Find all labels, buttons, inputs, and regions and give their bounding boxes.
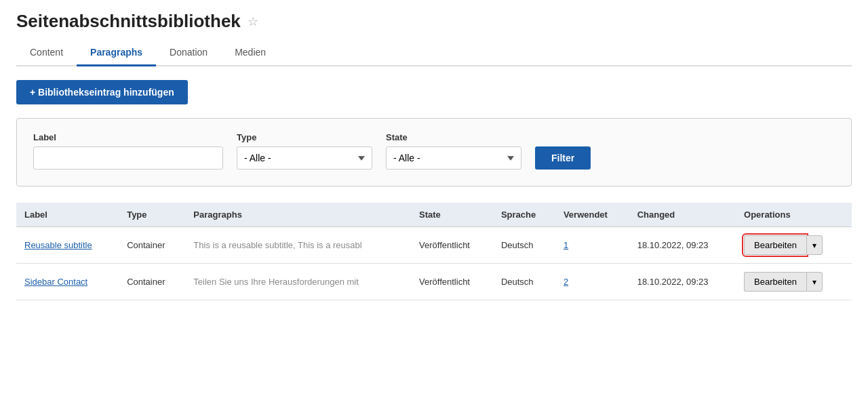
col-verwendet: Verwendet [555, 203, 629, 227]
tab-medien[interactable]: Medien [221, 40, 279, 66]
star-icon[interactable]: ☆ [248, 14, 258, 29]
col-label: Label [16, 203, 119, 227]
table-row: Sidebar Contact Container Teilen Sie uns… [16, 264, 852, 300]
label-filter-group: Label [33, 132, 223, 170]
tab-content[interactable]: Content [16, 40, 77, 66]
col-operations: Operations [736, 203, 852, 227]
col-type: Type [119, 203, 185, 227]
table-body: Reusable subtitle Container This is a re… [16, 227, 852, 300]
col-changed: Changed [629, 203, 736, 227]
page-title: Seitenabschnittsbibliothek [16, 11, 241, 32]
table-row: Reusable subtitle Container This is a re… [16, 227, 852, 264]
filter-row: Label Type - Alle - Container Text Image… [33, 132, 835, 170]
row2-verwendet-link[interactable]: 2 [564, 277, 568, 287]
row1-ops-group: Bearbeiten ▾ [744, 235, 844, 255]
table-header: Label Type Paragraphs State Sprache Verw… [16, 203, 852, 227]
table-header-row: Label Type Paragraphs State Sprache Verw… [16, 203, 852, 227]
row1-paragraphs-cell: This is a reusable subtitle, This is a r… [185, 227, 411, 264]
row1-type-cell: Container [119, 227, 185, 264]
row1-verwendet-link[interactable]: 1 [564, 240, 568, 250]
row1-label-link[interactable]: Reusable subtitle [24, 240, 92, 250]
row1-ops-dropdown-button[interactable]: ▾ [806, 235, 823, 255]
filter-button-group: Filter [535, 146, 591, 170]
filter-button[interactable]: Filter [535, 146, 591, 170]
tabs-nav: Content Paragraphs Donation Medien [16, 40, 852, 66]
row1-verwendet-cell: 1 [555, 227, 629, 264]
row2-changed-cell: 18.10.2022, 09:23 [629, 264, 736, 300]
row1-label-cell: Reusable subtitle [16, 227, 119, 264]
row2-state-cell: Veröffentlicht [411, 264, 493, 300]
library-table: Label Type Paragraphs State Sprache Verw… [16, 203, 852, 300]
state-filter-group: State - Alle - Veröffentlicht Unveröffen… [386, 132, 521, 170]
tab-paragraphs[interactable]: Paragraphs [77, 40, 156, 66]
col-state: State [411, 203, 493, 227]
label-filter-label: Label [33, 132, 223, 142]
col-sprache: Sprache [493, 203, 555, 227]
add-library-entry-button[interactable]: + Bibliothekseintrag hinzufügen [16, 80, 188, 104]
row1-ops-cell: Bearbeiten ▾ [736, 227, 852, 264]
row2-bearbeiten-button[interactable]: Bearbeiten [744, 272, 806, 292]
filter-box: Label Type - Alle - Container Text Image… [16, 118, 852, 186]
col-paragraphs: Paragraphs [185, 203, 411, 227]
page-wrapper: Seitenabschnittsbibliothek ☆ Content Par… [0, 0, 868, 311]
tab-donation[interactable]: Donation [156, 40, 221, 66]
type-filter-label: Type [237, 132, 372, 142]
row2-type-cell: Container [119, 264, 185, 300]
row2-label-cell: Sidebar Contact [16, 264, 119, 300]
row2-ops-dropdown-button[interactable]: ▾ [806, 272, 823, 292]
type-filter-select[interactable]: - Alle - Container Text Image [237, 146, 372, 170]
row2-paragraphs-cell: Teilen Sie uns Ihre Herausforderungen mi… [185, 264, 411, 300]
row2-ops-group: Bearbeiten ▾ [744, 272, 844, 292]
state-filter-label: State [386, 132, 521, 142]
row2-ops-cell: Bearbeiten ▾ [736, 264, 852, 300]
row1-state-cell: Veröffentlicht [411, 227, 493, 264]
type-filter-group: Type - Alle - Container Text Image [237, 132, 372, 170]
row1-bearbeiten-button[interactable]: Bearbeiten [744, 235, 806, 255]
row2-sprache-cell: Deutsch [493, 264, 555, 300]
label-filter-input[interactable] [33, 146, 223, 170]
row1-sprache-cell: Deutsch [493, 227, 555, 264]
row1-changed-cell: 18.10.2022, 09:23 [629, 227, 736, 264]
row2-label-link[interactable]: Sidebar Contact [24, 277, 87, 287]
row2-verwendet-cell: 2 [555, 264, 629, 300]
state-filter-select[interactable]: - Alle - Veröffentlicht Unveröffentlicht [386, 146, 521, 170]
page-title-row: Seitenabschnittsbibliothek ☆ [16, 11, 852, 32]
